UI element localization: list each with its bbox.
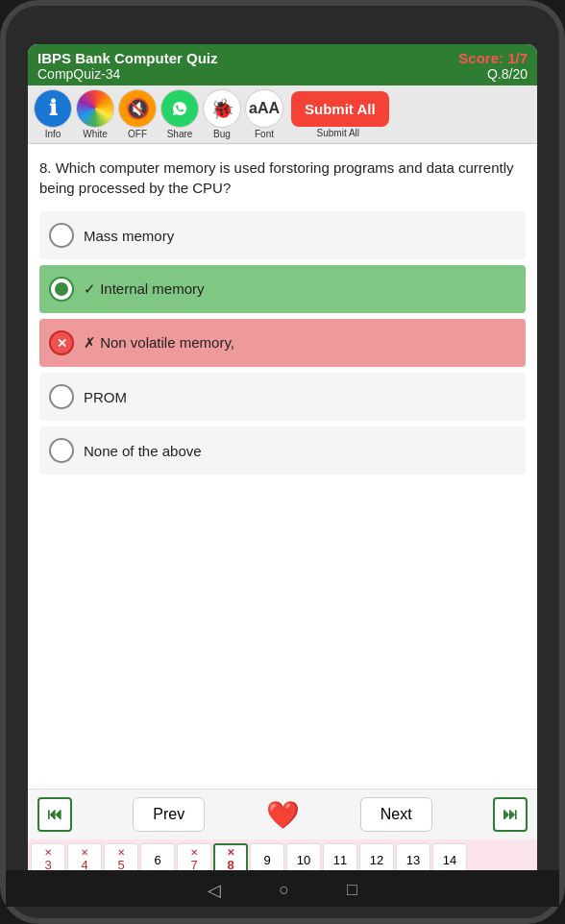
bug-icon[interactable]: 🐞	[203, 89, 241, 128]
option-e[interactable]: None of the above	[39, 426, 526, 474]
radio-d	[49, 384, 74, 409]
color-label: White	[83, 129, 108, 139]
back-button[interactable]: ◁	[208, 880, 221, 901]
question-number: Q.8/20	[487, 66, 528, 82]
quiz-name: CompQuiz-34	[37, 66, 120, 82]
radio-c-x: ✕	[57, 336, 67, 351]
screen: IBPS Bank Computer Quiz Score: 1/7 CompQ…	[28, 44, 537, 880]
next-last-icon: ⏭	[503, 806, 518, 823]
radio-c: ✕	[49, 330, 74, 355]
share-label: Share	[167, 129, 193, 139]
info-label: Info	[45, 129, 61, 139]
radio-b	[49, 277, 74, 302]
submit-label: Submit All	[317, 128, 359, 138]
option-b-text: ✓ Internal memory	[84, 280, 205, 298]
option-e-text: None of the above	[84, 443, 202, 459]
next-button[interactable]: Next	[360, 797, 432, 832]
info-tool[interactable]: ℹ Info	[34, 89, 72, 139]
home-button[interactable]: ○	[279, 880, 289, 901]
share-tool[interactable]: Share	[160, 89, 199, 139]
score-display: Score: 1/7	[458, 50, 528, 66]
prev-label: Prev	[153, 806, 184, 823]
bug-label: Bug	[213, 129, 231, 139]
question-area: 8. Which computer memory is used forstor…	[28, 144, 537, 789]
option-a-text: Mass memory	[84, 228, 174, 244]
recent-button[interactable]: □	[347, 880, 357, 901]
prev-button[interactable]: Prev	[133, 797, 205, 832]
heart-button[interactable]: ❤️	[266, 799, 300, 831]
bottom-nav: ⏮ Prev ❤️ Next ⏭ ✕3✕4✕56✕7✕891011121314	[28, 789, 537, 880]
color-tool[interactable]: White	[76, 89, 114, 139]
prev-first-button[interactable]: ⏮	[37, 797, 72, 832]
android-nav: ◁ ○ □	[6, 870, 559, 907]
device-frame: IBPS Bank Computer Quiz Score: 1/7 CompQ…	[0, 0, 565, 924]
sound-label: OFF	[128, 129, 147, 139]
bug-tool[interactable]: 🐞 Bug	[203, 89, 241, 139]
option-c[interactable]: ✕ ✗ Non volatile memory,	[39, 319, 526, 367]
app-title: IBPS Bank Computer Quiz	[37, 50, 218, 66]
option-d[interactable]: PROM	[39, 373, 526, 421]
sound-icon[interactable]: 🔇	[118, 89, 157, 128]
option-c-text: ✗ Non volatile memory,	[84, 334, 234, 352]
toolbar: ℹ Info White 🔇 OFF Share	[28, 85, 537, 144]
radio-a	[49, 223, 74, 248]
app-header: IBPS Bank Computer Quiz Score: 1/7 CompQ…	[28, 44, 537, 85]
prev-first-icon: ⏮	[47, 806, 62, 823]
nav-buttons: ⏮ Prev ❤️ Next ⏭	[28, 790, 537, 839]
color-icon[interactable]	[76, 89, 114, 128]
radio-b-fill	[55, 282, 68, 296]
font-tool[interactable]: aAA Font	[245, 89, 283, 139]
font-label: Font	[255, 129, 274, 139]
info-icon[interactable]: ℹ	[34, 89, 72, 128]
font-icon[interactable]: aAA	[245, 89, 283, 128]
option-a[interactable]: Mass memory	[39, 211, 526, 259]
submit-tool[interactable]: Submit All Submit All	[287, 91, 389, 138]
next-last-button[interactable]: ⏭	[493, 797, 528, 832]
radio-e	[49, 438, 74, 463]
question-text: 8. Which computer memory is used forstor…	[39, 158, 526, 198]
next-label: Next	[381, 806, 412, 823]
option-b[interactable]: ✓ Internal memory	[39, 265, 526, 313]
submit-button[interactable]: Submit All	[291, 91, 389, 127]
option-d-text: PROM	[84, 389, 127, 405]
whatsapp-icon[interactable]	[160, 89, 199, 128]
sound-tool[interactable]: 🔇 OFF	[118, 89, 157, 139]
